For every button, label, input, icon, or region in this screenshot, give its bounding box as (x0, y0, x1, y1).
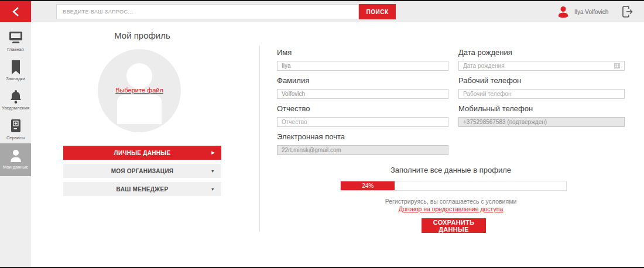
sidebar-item-label: Мои данные (0, 164, 31, 170)
sidebar-item-label: Главная (0, 47, 31, 52)
field-label: Мобильный телефон (458, 104, 625, 113)
top-bar: ПОИСК Ilya Volfovich (0, 1, 644, 22)
field-label: Электронная почта (277, 132, 448, 141)
arrow-right-icon: ▶ (211, 150, 215, 155)
sidebar-item-label: Уведомления (0, 105, 31, 111)
services-icon (0, 119, 31, 134)
choose-file-link[interactable]: Выберите файл (98, 87, 181, 94)
vertical-divider (259, 46, 260, 232)
field-birth-date: Дата рождения (458, 48, 625, 71)
search-input[interactable] (56, 4, 359, 19)
birth-date-input[interactable] (458, 61, 625, 71)
field-mobile-phone: Мобильный телефон (458, 104, 625, 127)
last-name-input[interactable] (277, 89, 448, 99)
section-your-manager-button[interactable]: ВАШ МЕНЕДЖЕР ▼ (63, 182, 221, 196)
back-button[interactable] (0, 1, 31, 22)
mobile-phone-input (458, 117, 625, 127)
field-work-phone: Рабочий телефон (458, 76, 625, 99)
sidebar-item-my-data[interactable]: Мои данные (0, 143, 31, 176)
monitor-icon (0, 30, 31, 46)
field-patronymic: Отчество (277, 104, 448, 127)
field-label: Дата рождения (458, 48, 625, 57)
page-title: Мой профиль (84, 30, 201, 40)
profile-progress-bar: 24% (340, 181, 567, 191)
progress-title: Заполните все данные в профиле (277, 166, 625, 174)
back-chevron-icon (11, 6, 21, 18)
field-email: Электронная почта (277, 132, 448, 155)
bell-icon (0, 89, 31, 104)
patronymic-input[interactable] (277, 117, 448, 127)
user-name: Ilya Volfovich (574, 9, 608, 15)
first-name-input[interactable] (277, 61, 448, 71)
sidebar-item-home[interactable]: Главная (0, 28, 31, 52)
chevron-down-icon: ▼ (211, 187, 215, 191)
sidebar-item-label: Закладки (0, 76, 31, 81)
save-data-button[interactable]: СОХРАНИТЬ ДАННЫЕ (422, 218, 486, 233)
sidebar: Главная Закладки Уведомления (0, 22, 31, 267)
field-label: Имя (277, 48, 448, 57)
work-phone-input[interactable] (458, 89, 625, 99)
field-label: Рабочий телефон (458, 76, 625, 85)
field-label: Фамилия (277, 76, 448, 85)
section-my-organization-button[interactable]: МОЯ ОРГАНИЗАЦИЯ ▼ (63, 164, 221, 178)
field-label: Отчество (277, 104, 448, 113)
search-button[interactable]: ПОИСК (359, 4, 396, 19)
field-first-name: Имя (277, 48, 448, 71)
sidebar-item-label: Сервисы (0, 135, 31, 140)
sidebar-item-notifications[interactable]: Уведомления (0, 87, 31, 111)
avatar-silhouette-icon (126, 63, 152, 89)
sidebar-item-bookmarks[interactable]: Закладки (0, 57, 31, 81)
app-window: ПОИСК Ilya Volfovich (0, 0, 644, 268)
terms-agreement-link[interactable]: Договор на предоставление доступа (277, 205, 625, 212)
sidebar-item-services[interactable]: Сервисы (0, 116, 31, 140)
email-input (277, 145, 448, 155)
bookmark-icon (0, 60, 31, 75)
chevron-down-icon: ▼ (211, 169, 215, 173)
user-area[interactable]: Ilya Volfovich (557, 1, 608, 22)
progress-fill: 24% (341, 181, 395, 190)
section-personal-data-button[interactable]: ЛИЧНЫЕ ДАННЫЕ ▶ (63, 146, 221, 160)
terms-text: Регистрируясь, вы соглашаетесь с условия… (277, 198, 625, 205)
field-last-name: Фамилия (277, 76, 448, 99)
person-icon (0, 148, 31, 163)
logout-icon[interactable] (619, 4, 635, 19)
user-avatar-icon (557, 5, 570, 18)
calendar-icon[interactable] (614, 63, 620, 68)
